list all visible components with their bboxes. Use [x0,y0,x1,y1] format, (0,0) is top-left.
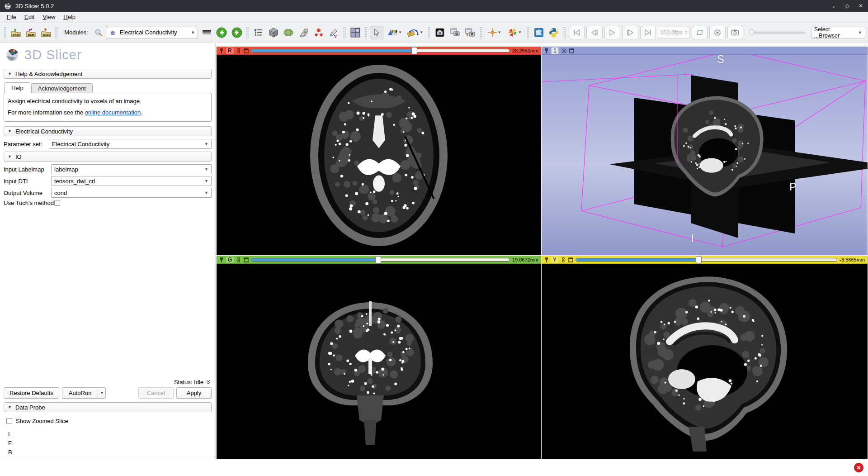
spinner-arrows-icon[interactable]: ▲▼ [685,30,688,35]
module-history-icon[interactable] [200,26,213,39]
green-slice-slider[interactable] [251,257,510,262]
toolbar-grip[interactable] [527,27,529,38]
yellow-slider-handle[interactable] [696,256,702,263]
data-probe-header[interactable]: ▼ Data Probe [4,402,212,412]
module-search-icon[interactable] [92,26,105,39]
help-section-header[interactable]: ▼ Help & Acknowledgement [4,69,212,79]
minimize-icon[interactable]: ⌄ [830,2,837,10]
double-chevron-icon[interactable] [206,380,211,385]
loop-button[interactable] [692,26,708,39]
segment-editor-icon[interactable] [282,26,295,39]
toolbar-grip[interactable] [55,27,58,38]
place-markups-icon[interactable]: ▼ [406,26,425,39]
input-labelmap-combobox[interactable]: labelmap ▼ [51,164,212,174]
sequence-slider-handle[interactable] [749,29,755,35]
crosshair-icon[interactable]: ▼ [485,26,504,39]
collapse-triangle-icon: ▼ [8,71,12,76]
threed-view-body[interactable]: S P I [542,55,868,255]
sequence-browser-combobox[interactable]: Select ...Browser ▼ [811,27,865,38]
toolbar-grip[interactable] [365,27,368,38]
dicom-icon[interactable]: DCM [24,26,37,39]
layout-selector-icon[interactable] [349,26,362,39]
menu-help[interactable]: Help [59,12,80,22]
save-icon[interactable]: SAVE [39,26,52,39]
link-views-icon[interactable] [236,257,241,262]
tuch-method-checkbox[interactable] [54,200,60,206]
python-console-icon[interactable] [547,26,561,39]
parameter-set-combobox[interactable]: Electrical Conductivity ▼ [49,139,212,149]
sceneview-save-icon[interactable] [448,26,462,39]
red-slider-handle[interactable] [411,47,417,54]
autorun-button[interactable]: AutoRun [62,387,98,399]
center-view-icon[interactable] [561,48,567,54]
capture-screenshot-icon[interactable] [433,26,446,39]
volume-rendering-icon[interactable] [267,26,280,39]
menu-edit[interactable]: Edit [20,12,38,22]
pin-icon[interactable] [544,48,549,53]
autorun-split-button[interactable]: AutoRun ▼ [62,387,106,399]
extensions-manager-icon[interactable] [532,26,545,39]
maximize-icon[interactable]: ◇ [844,2,851,10]
toolbar-grip[interactable] [563,27,566,38]
link-views-icon[interactable] [561,257,566,262]
menu-view[interactable]: View [38,12,59,22]
next-frame-button[interactable] [622,26,638,39]
pin-icon[interactable] [544,257,549,262]
module-selector-combobox[interactable]: Electrical Conductivity ▼ [107,27,198,38]
fps-spinbox[interactable]: 100.0fps ▲▼ [658,27,690,38]
tab-acknowledgement[interactable]: Acknowledgement [31,83,93,93]
toolbar-grip[interactable] [246,27,249,38]
input-dti-combobox[interactable]: tensors_dwi_crl ▼ [51,176,212,186]
adjust-window-level-icon[interactable]: ▼ [385,26,404,39]
autorun-dropdown-icon[interactable]: ▼ [98,387,106,399]
sequence-slider-track[interactable] [749,32,806,33]
sequence-slider[interactable] [749,28,806,37]
online-documentation-link[interactable]: online documentation [85,109,141,116]
last-frame-button[interactable] [640,26,656,39]
maximize-view-icon[interactable] [568,257,573,262]
annotations-icon[interactable] [327,26,340,39]
menu-file[interactable]: File [3,12,20,22]
close-icon[interactable]: ✕ [857,2,864,10]
markups-fiducial-icon[interactable] [312,26,325,39]
link-views-icon[interactable] [236,48,241,53]
toolbar-grip[interactable] [4,27,6,38]
first-frame-button[interactable] [569,26,585,39]
maximize-view-icon[interactable] [244,257,249,262]
record-button[interactable] [709,26,725,39]
orientation-p: P [789,181,797,193]
apply-button[interactable]: Apply [176,387,212,399]
maximize-view-icon[interactable] [569,48,574,53]
toolbar-grip[interactable] [428,27,430,38]
forward-icon[interactable] [230,26,243,39]
toolbar-grip[interactable] [480,27,482,38]
sequence-snapshot-button[interactable] [727,26,743,39]
show-zoomed-slice-checkbox[interactable] [6,418,12,424]
back-icon[interactable] [215,26,228,39]
red-slice-slider[interactable] [251,48,510,53]
pin-icon[interactable] [219,257,224,262]
green-view-body[interactable] [217,264,541,459]
mouse-interaction-icon[interactable] [370,26,383,39]
output-volume-combobox[interactable]: cond ▼ [51,188,212,198]
slice-intersections-icon[interactable]: ▼ [505,26,524,39]
transforms-icon[interactable] [297,26,310,39]
yellow-slice-slider[interactable] [576,257,837,262]
toolbar-grip[interactable] [343,27,346,38]
maximize-view-icon[interactable] [244,48,249,53]
tab-help[interactable]: Help [5,82,30,93]
error-log-button[interactable]: ✕ [854,463,863,472]
io-section-header[interactable]: ▼ IO [4,152,212,162]
sceneview-restore-icon[interactable] [463,26,476,39]
yellow-view-body[interactable] [542,264,868,459]
restore-defaults-button[interactable]: Restore Defaults [4,387,59,399]
play-button[interactable] [604,26,620,39]
green-slider-handle[interactable] [375,256,381,263]
load-data-icon[interactable]: DATA [9,26,22,39]
cancel-button[interactable]: Cancel [138,387,174,399]
red-view-body[interactable] [217,55,541,255]
module-section-header[interactable]: ▼ Electrical Conductivity [4,126,212,136]
pin-icon[interactable] [219,48,224,53]
previous-frame-button[interactable] [586,26,602,39]
subject-hierarchy-icon[interactable] [251,26,264,39]
